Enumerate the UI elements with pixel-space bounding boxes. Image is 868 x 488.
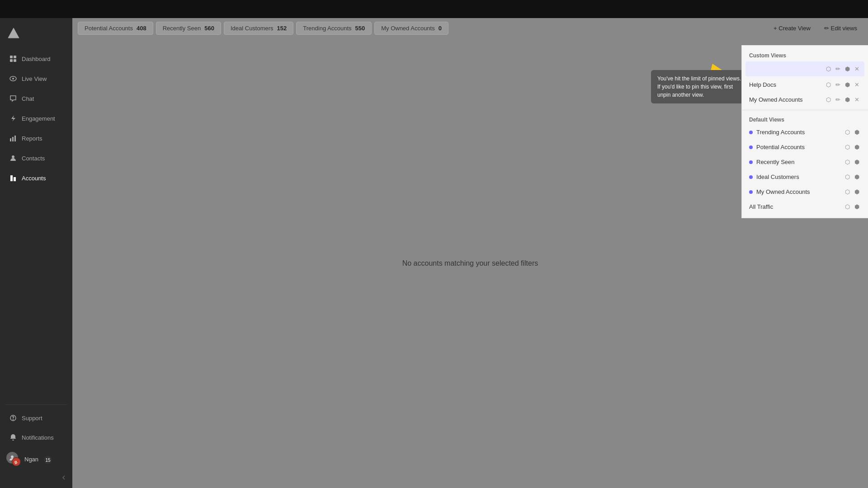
copy-icon[interactable]: ⬢ bbox=[844, 65, 851, 73]
sidebar-item-accounts-label: Accounts bbox=[22, 175, 46, 182]
open-icon-help[interactable]: ⬡ bbox=[825, 80, 832, 89]
dropdown-all-traffic-label: All Traffic bbox=[749, 203, 840, 210]
bar-chart-icon bbox=[9, 134, 17, 142]
collapse-button[interactable] bbox=[0, 471, 72, 484]
open-icon-all-traffic[interactable]: ⬡ bbox=[844, 202, 851, 211]
close-icon-help[interactable]: ✕ bbox=[853, 80, 861, 89]
empty-state-message: No accounts matching your selected filte… bbox=[402, 259, 538, 267]
svg-rect-1 bbox=[14, 56, 16, 58]
copy-icon-owned-default[interactable]: ⬢ bbox=[853, 188, 861, 196]
svg-point-17 bbox=[13, 419, 14, 420]
open-icon-owned-default[interactable]: ⬡ bbox=[844, 188, 851, 196]
svg-rect-2 bbox=[10, 59, 13, 62]
tab-trending-accounts[interactable]: Trending Accounts 550 bbox=[296, 22, 372, 35]
sidebar-item-accounts[interactable]: Accounts bbox=[2, 169, 71, 188]
svg-rect-15 bbox=[14, 179, 15, 180]
copy-icon-moa[interactable]: ⬢ bbox=[844, 95, 851, 104]
building-icon bbox=[9, 174, 17, 182]
user-row[interactable]: g. Ngan 15 bbox=[0, 447, 72, 471]
svg-rect-13 bbox=[11, 178, 12, 179]
dropdown-potential-accounts-label: Potential Accounts bbox=[756, 144, 840, 150]
svg-rect-0 bbox=[10, 56, 13, 58]
tab-potential-accounts[interactable]: Potential Accounts 408 bbox=[78, 22, 153, 35]
tab-ideal-customers-count: 152 bbox=[277, 25, 287, 32]
dropdown-item-my-owned-default[interactable]: My Owned Accounts ⬡ ⬢ bbox=[742, 184, 868, 199]
open-icon-moa[interactable]: ⬡ bbox=[825, 95, 832, 104]
logo[interactable] bbox=[0, 22, 72, 49]
open-icon-potential[interactable]: ⬡ bbox=[844, 143, 851, 151]
pin-dot-ideal bbox=[749, 175, 753, 179]
tab-recently-seen-label: Recently Seen bbox=[163, 25, 201, 32]
open-icon-recently[interactable]: ⬡ bbox=[844, 158, 851, 166]
tab-bar-actions: + Create View ✏ Edit views bbox=[768, 22, 863, 34]
copy-icon-recently[interactable]: ⬢ bbox=[853, 158, 861, 166]
dropdown-item-all-traffic[interactable]: All Traffic ⬡ ⬢ bbox=[742, 199, 868, 214]
close-icon[interactable]: ✕ bbox=[853, 65, 861, 73]
tab-trending-accounts-label: Trending Accounts bbox=[303, 25, 351, 32]
sidebar-item-support-label: Support bbox=[22, 415, 42, 422]
edit-icon-moa[interactable]: ✏ bbox=[834, 95, 842, 104]
sidebar-item-contacts[interactable]: Contacts bbox=[2, 149, 71, 168]
pin-dot-potential bbox=[749, 145, 753, 149]
dropdown-item-help-docs[interactable]: Help Docs ⬡ ✏ ⬢ ✕ bbox=[742, 77, 868, 92]
question-icon bbox=[9, 414, 17, 422]
tab-bar: Potential Accounts 408 Recently Seen 560… bbox=[72, 18, 868, 38]
sidebar-item-engagement-label: Engagement bbox=[22, 115, 55, 122]
dropdown-item-my-owned-accounts[interactable]: My Owned Accounts ⬡ ✏ ⬢ ✕ bbox=[742, 92, 868, 107]
sidebar-divider bbox=[5, 404, 67, 405]
dropdown-item-potential-accounts[interactable]: Potential Accounts ⬡ ⬢ bbox=[742, 140, 868, 155]
create-view-button[interactable]: + Create View bbox=[768, 22, 816, 34]
bolt-icon bbox=[9, 114, 17, 122]
svg-rect-11 bbox=[14, 177, 16, 181]
sidebar-item-contacts-label: Contacts bbox=[22, 155, 45, 162]
sidebar: Dashboard Live View Chat bbox=[0, 18, 72, 488]
sidebar-item-dashboard-label: Dashboard bbox=[22, 56, 51, 62]
tab-recently-seen-count: 560 bbox=[204, 25, 214, 32]
dropdown-item-highlighted[interactable]: ⬡ ✏ ⬢ ✕ bbox=[745, 61, 864, 76]
copy-icon-help[interactable]: ⬢ bbox=[844, 80, 851, 89]
dropdown-my-owned-default-label: My Owned Accounts bbox=[756, 188, 840, 195]
edit-icon-help[interactable]: ✏ bbox=[834, 80, 842, 89]
dropdown-custom-views-label: Custom Views bbox=[742, 49, 868, 61]
copy-icon-trending[interactable]: ⬢ bbox=[853, 128, 861, 136]
open-icon[interactable]: ⬡ bbox=[825, 65, 832, 73]
edit-icon[interactable]: ✏ bbox=[834, 65, 842, 73]
sidebar-item-support[interactable]: Support bbox=[2, 408, 71, 427]
sidebar-item-engagement[interactable]: Engagement bbox=[2, 109, 71, 128]
tab-ideal-customers[interactable]: Ideal Customers 152 bbox=[224, 22, 293, 35]
dropdown-item-ideal-customers[interactable]: Ideal Customers ⬡ ⬢ bbox=[742, 169, 868, 184]
copy-icon-ideal[interactable]: ⬢ bbox=[853, 173, 861, 181]
svg-point-5 bbox=[12, 78, 14, 80]
sidebar-item-live-view[interactable]: Live View bbox=[2, 69, 71, 88]
tab-my-owned-accounts[interactable]: My Owned Accounts 0 bbox=[374, 22, 448, 35]
open-icon-ideal[interactable]: ⬡ bbox=[844, 173, 851, 181]
sidebar-item-chat[interactable]: Chat bbox=[2, 89, 71, 108]
tab-recently-seen[interactable]: Recently Seen 560 bbox=[156, 22, 221, 35]
copy-icon-all-traffic[interactable]: ⬢ bbox=[853, 202, 861, 211]
sidebar-item-reports[interactable]: Reports bbox=[2, 129, 71, 148]
pin-dot-owned-default bbox=[749, 190, 753, 194]
edit-views-button[interactable]: ✏ Edit views bbox=[819, 22, 863, 34]
dropdown-my-owned-accounts-label: My Owned Accounts bbox=[749, 96, 821, 103]
dropdown-trending-actions: ⬡ ⬢ bbox=[844, 128, 861, 136]
dropdown-panel: Custom Views ⬡ ✏ ⬢ ✕ Help Docs ⬡ ✏ ⬢ ✕ bbox=[741, 45, 868, 218]
dropdown-help-docs-label: Help Docs bbox=[749, 81, 821, 88]
dropdown-ideal-customers-label: Ideal Customers bbox=[756, 174, 840, 180]
dropdown-help-docs-actions: ⬡ ✏ ⬢ ✕ bbox=[825, 80, 861, 89]
grid-icon bbox=[9, 55, 17, 63]
sidebar-item-dashboard[interactable]: Dashboard bbox=[2, 49, 71, 68]
open-icon-trending[interactable]: ⬡ bbox=[844, 128, 851, 136]
pin-dot-recently bbox=[749, 160, 753, 164]
avatar-stack: g. bbox=[6, 452, 21, 466]
dropdown-recently-actions: ⬡ ⬢ bbox=[844, 158, 861, 166]
dropdown-divider bbox=[742, 110, 868, 110]
close-icon-moa[interactable]: ✕ bbox=[853, 95, 861, 104]
copy-icon-potential[interactable]: ⬢ bbox=[853, 143, 861, 151]
user-name: Ngan bbox=[24, 456, 38, 463]
pin-dot-trending bbox=[749, 131, 753, 134]
dropdown-item-recently-seen[interactable]: Recently Seen ⬡ ⬢ bbox=[742, 155, 868, 169]
person-icon bbox=[9, 154, 17, 162]
dropdown-item-trending-accounts[interactable]: Trending Accounts ⬡ ⬢ bbox=[742, 125, 868, 140]
sidebar-item-notifications[interactable]: Notifications bbox=[2, 428, 71, 447]
dropdown-highlighted-actions: ⬡ ✏ ⬢ ✕ bbox=[825, 65, 861, 73]
